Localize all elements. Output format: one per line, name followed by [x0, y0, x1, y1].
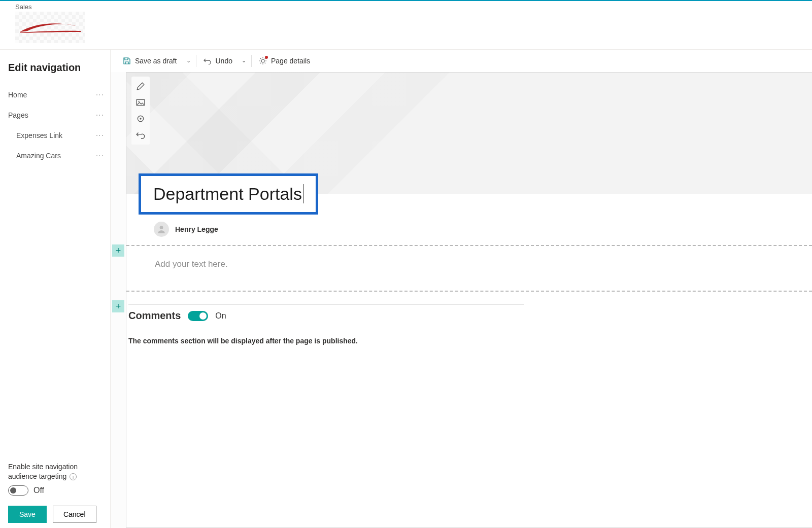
comments-heading: Comments [128, 310, 181, 322]
more-icon[interactable]: ··· [96, 111, 104, 120]
panel-title: Edit navigation [8, 62, 104, 74]
save-as-draft-button[interactable]: Save as draft [118, 54, 182, 68]
comments-section: Comments On The comments section will be… [126, 292, 812, 355]
cmd-label: Page details [271, 57, 310, 65]
text-webpart[interactable]: Add your text here. [126, 246, 812, 283]
cmd-label: Undo [216, 57, 232, 65]
notification-dot-icon [265, 56, 268, 59]
image-icon[interactable] [136, 98, 145, 107]
svg-point-0 [261, 59, 264, 62]
save-icon [123, 57, 131, 65]
audience-targeting-block: Enable site navigation audience targetin… [8, 460, 104, 503]
nav-item-label: Home [8, 91, 27, 99]
page-canvas: Department Portals Henry Legge Add your … [126, 72, 812, 528]
undo-chevron[interactable]: ⌄ [239, 57, 249, 64]
page-title-text: Department Portals [153, 184, 302, 203]
audience-toggle-state: Off [33, 486, 44, 495]
add-section-button[interactable]: + [112, 244, 124, 257]
comments-note: The comments section will be displayed a… [128, 337, 808, 345]
audience-toggle[interactable] [8, 485, 28, 496]
site-header: Sales [0, 1, 812, 50]
comments-toggle-state: On [215, 311, 226, 321]
cmd-label: Save as draft [135, 57, 177, 65]
cancel-button[interactable]: Cancel [53, 506, 96, 523]
edit-navigation-panel: Edit navigation Home ··· Pages ··· Expen… [0, 50, 111, 528]
more-icon[interactable]: ··· [96, 151, 104, 160]
audience-label: Enable site navigation audience targetin… [8, 463, 78, 480]
edit-icon[interactable] [136, 82, 145, 91]
nav-item-amazing-cars[interactable]: Amazing Cars ··· [8, 146, 104, 166]
nav-item-home[interactable]: Home ··· [8, 85, 104, 105]
page-details-button[interactable]: Page details [254, 54, 315, 68]
text-placeholder: Add your text here. [155, 259, 228, 269]
info-icon[interactable]: i [70, 473, 77, 480]
add-section-button[interactable]: + [112, 300, 124, 312]
undo-icon [204, 57, 212, 65]
reset-icon[interactable] [136, 130, 145, 139]
nav-item-label: Amazing Cars [16, 152, 61, 160]
nav-item-label: Expenses Link [16, 131, 62, 139]
more-icon[interactable]: ··· [96, 90, 104, 99]
svg-point-4 [140, 118, 141, 119]
section-add-rail: + + [111, 72, 126, 528]
site-logo[interactable] [15, 12, 85, 43]
site-label: Sales [15, 3, 812, 11]
svg-point-2 [139, 101, 140, 102]
comments-toggle[interactable] [188, 311, 208, 321]
svg-point-5 [160, 226, 163, 229]
nav-item-pages[interactable]: Pages ··· [8, 105, 104, 125]
title-area[interactable]: Department Portals [126, 73, 812, 194]
page-title-input[interactable]: Department Portals [139, 173, 318, 215]
nav-item-expenses-link[interactable]: Expenses Link ··· [8, 125, 104, 146]
command-bar: Save as draft ⌄ Undo ⌄ Page details [111, 50, 812, 72]
author-name: Henry Legge [175, 225, 218, 233]
car-logo-icon [17, 17, 83, 38]
more-icon[interactable]: ··· [96, 131, 104, 140]
avatar [154, 222, 169, 237]
person-icon [157, 225, 166, 234]
save-draft-chevron[interactable]: ⌄ [183, 57, 194, 64]
save-button[interactable]: Save [8, 506, 47, 523]
undo-button[interactable]: Undo [198, 54, 238, 68]
nav-item-label: Pages [8, 111, 28, 119]
title-toolbar [131, 77, 150, 145]
focal-point-icon[interactable] [136, 114, 145, 123]
